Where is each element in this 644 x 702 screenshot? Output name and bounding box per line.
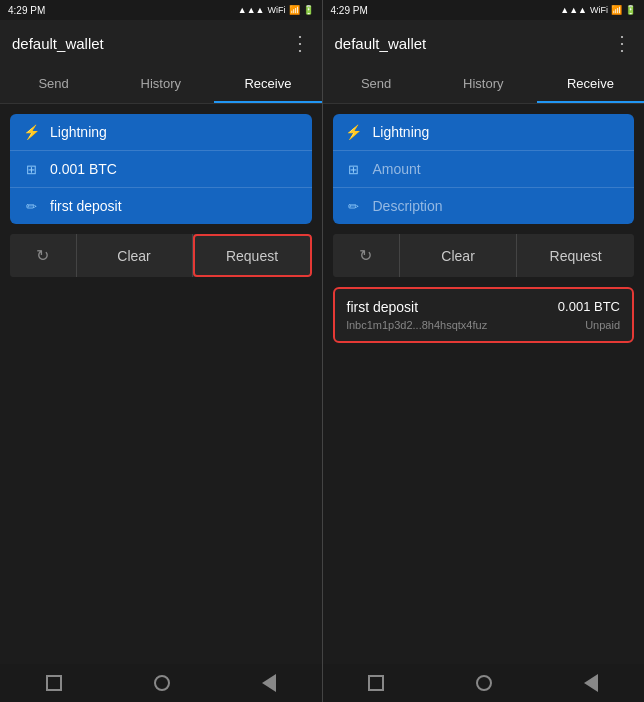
bolt-icon-right: ⚡ — [345, 124, 363, 140]
clear-button-left[interactable]: Clear — [77, 234, 193, 277]
invoice-top-row: first deposit 0.001 BTC — [347, 299, 621, 315]
request-button-left[interactable]: Request — [193, 234, 312, 277]
action-row-left: ↻ Clear Request — [10, 234, 312, 277]
tab-send-left[interactable]: Send — [0, 66, 107, 103]
time-right: 4:29 PM — [331, 5, 368, 16]
tab-history-left[interactable]: History — [107, 66, 214, 103]
refresh-button-right[interactable]: ↻ — [333, 234, 400, 277]
tabs-right: Send History Receive — [323, 66, 645, 104]
tab-send-right[interactable]: Send — [323, 66, 430, 103]
right-phone: 4:29 PM ▲▲▲ WiFi 📶 🔋 default_wallet ⋮ Se… — [323, 0, 645, 702]
left-phone: 4:29 PM ▲▲▲ WiFi 📶 🔋 default_wallet ⋮ Se… — [0, 0, 323, 702]
menu-icon-left[interactable]: ⋮ — [290, 31, 310, 55]
menu-icon-right[interactable]: ⋮ — [612, 31, 632, 55]
amount-value-left[interactable]: 0.001 BTC — [50, 161, 117, 177]
tabs-left: Send History Receive — [0, 66, 322, 104]
card-row-lightning-left: ⚡ Lightning — [10, 114, 312, 151]
card-row-desc-right: ✏ Description — [333, 188, 635, 224]
app-header-left: default_wallet ⋮ — [0, 20, 322, 66]
card-row-desc-left: ✏ first deposit — [10, 188, 312, 224]
card-row-lightning-right: ⚡ Lightning — [333, 114, 635, 151]
invoice-name: first deposit — [347, 299, 419, 315]
nav-square-right[interactable] — [368, 675, 384, 691]
invoice-bottom-row: lnbc1m1p3d2...8h4hsqtx4fuz Unpaid — [347, 319, 621, 331]
bolt-icon-left: ⚡ — [22, 124, 40, 140]
invoice-amount: 0.001 BTC — [558, 299, 620, 314]
tab-history-right[interactable]: History — [430, 66, 537, 103]
invoice-address: lnbc1m1p3d2...8h4hsqtx4fuz — [347, 319, 488, 331]
card-row-amount-right: ⊞ Amount — [333, 151, 635, 188]
status-bar-right: 4:29 PM ▲▲▲ WiFi 📶 🔋 — [323, 0, 645, 20]
nav-triangle-right[interactable] — [584, 674, 598, 692]
clear-button-right[interactable]: Clear — [400, 234, 518, 277]
desc-value-left[interactable]: first deposit — [50, 198, 122, 214]
card-row-amount-left: ⊞ 0.001 BTC — [10, 151, 312, 188]
app-header-right: default_wallet ⋮ — [323, 20, 645, 66]
nav-circle-left[interactable] — [154, 675, 170, 691]
action-row-right: ↻ Clear Request — [333, 234, 635, 277]
tab-receive-right[interactable]: Receive — [537, 66, 644, 103]
lightning-label-right: Lightning — [373, 124, 430, 140]
nav-square-left[interactable] — [46, 675, 62, 691]
desc-placeholder-right[interactable]: Description — [373, 198, 443, 214]
calc-icon-left: ⊞ — [22, 162, 40, 177]
receive-card-left: ⚡ Lightning ⊞ 0.001 BTC ✏ first deposit — [10, 114, 312, 224]
invoice-item[interactable]: first deposit 0.001 BTC lnbc1m1p3d2...8h… — [333, 287, 635, 343]
content-left: ⚡ Lightning ⊞ 0.001 BTC ✏ first deposit — [0, 104, 322, 664]
request-button-right[interactable]: Request — [517, 234, 634, 277]
invoice-status: Unpaid — [585, 319, 620, 331]
status-bar-left: 4:29 PM ▲▲▲ WiFi 📶 🔋 — [0, 0, 322, 20]
pen-icon-left: ✏ — [22, 199, 40, 214]
app-title-left: default_wallet — [12, 35, 104, 52]
tab-receive-left[interactable]: Receive — [214, 66, 321, 103]
refresh-button-left[interactable]: ↻ — [10, 234, 77, 277]
receive-card-right: ⚡ Lightning ⊞ Amount ✏ Description — [333, 114, 635, 224]
status-icons-left: ▲▲▲ WiFi 📶 🔋 — [238, 5, 314, 15]
calc-icon-right: ⊞ — [345, 162, 363, 177]
nav-bar-left — [0, 664, 322, 702]
content-right: ⚡ Lightning ⊞ Amount ✏ Description — [323, 104, 645, 664]
lightning-label-left: Lightning — [50, 124, 107, 140]
status-icons-right: ▲▲▲ WiFi 📶 🔋 — [560, 5, 636, 15]
nav-triangle-left[interactable] — [262, 674, 276, 692]
pen-icon-right: ✏ — [345, 199, 363, 214]
time-left: 4:29 PM — [8, 5, 45, 16]
app-title-right: default_wallet — [335, 35, 427, 52]
nav-bar-right — [323, 664, 645, 702]
amount-placeholder-right[interactable]: Amount — [373, 161, 421, 177]
nav-circle-right[interactable] — [476, 675, 492, 691]
